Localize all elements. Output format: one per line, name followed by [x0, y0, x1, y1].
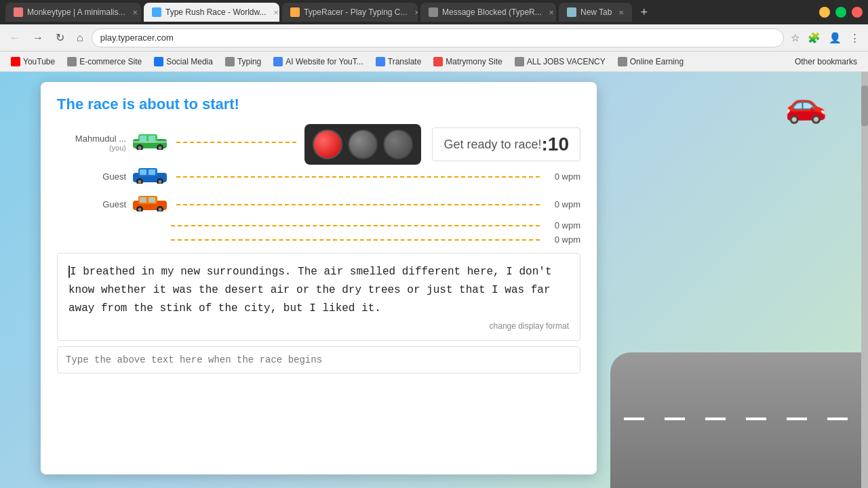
countdown-info: Get ready to race! :10 [432, 127, 580, 161]
typing-icon [225, 57, 235, 66]
svg-rect-8 [133, 141, 167, 143]
tab-typeracer[interactable]: Type Rush Race - Worldw... ✕ [144, 3, 279, 22]
extensions-button[interactable]: 🧩 [805, 29, 823, 47]
bookmark-star-button[interactable]: ☆ [788, 29, 802, 47]
player1-track [176, 142, 296, 143]
type-input[interactable] [57, 346, 580, 373]
bookmark-translate[interactable]: Translate [370, 56, 427, 68]
race-track-player5: 0 wpm [57, 235, 580, 245]
player3-car [132, 192, 168, 216]
player3-track [176, 204, 540, 205]
tab-label: New Tab [580, 7, 612, 17]
race-track-player1: Mahmudul ... (you) [57, 131, 296, 155]
player2-car [132, 165, 168, 188]
tab-close[interactable]: ✕ [414, 9, 418, 16]
maximize-button[interactable]: □ [835, 7, 846, 18]
tab-label: Monkeytype | A minimalis... [27, 7, 125, 17]
tab-close[interactable]: ✕ [549, 9, 554, 16]
player2-track [176, 176, 540, 178]
bookmark-earning[interactable]: Online Earning [612, 56, 689, 68]
bookmark-label: Social Media [166, 57, 213, 66]
bookmark-label: Typing [237, 57, 261, 66]
minimize-button[interactable]: − [819, 7, 830, 18]
youtube-icon [11, 57, 20, 66]
tab-message-blocked[interactable]: Message Blocked (TypeR... ✕ [420, 3, 556, 22]
bookmark-jobs[interactable]: ALL JOBS VACENCY [509, 56, 611, 68]
race-tracks: Mahmudul ... (you) [57, 124, 580, 245]
race-track-player4: 0 wpm [57, 220, 580, 230]
bookmark-matrymony[interactable]: Matrymony Site [428, 56, 507, 68]
earning-icon [618, 57, 627, 66]
svg-point-24 [159, 208, 162, 211]
tab-close[interactable]: ✕ [132, 9, 138, 16]
bookmark-label: ALL JOBS VACENCY [527, 57, 606, 66]
tab-favicon [567, 7, 576, 17]
race-track-player3: Guest 0 wpm [57, 192, 580, 216]
bookmark-typing[interactable]: Typing [220, 56, 267, 68]
title-bar: Monkeytype | A minimalis... ✕ Type Rush … [0, 0, 868, 24]
svg-point-7 [159, 146, 162, 149]
traffic-light [304, 124, 421, 165]
nav-bar: ← → ↻ ⌂ ☆ 🧩 👤 ⋮ [0, 24, 868, 52]
address-bar[interactable] [92, 28, 784, 47]
scrollbar-thumb[interactable] [861, 85, 868, 126]
home-button[interactable]: ⌂ [73, 29, 87, 47]
bg-car-decoration: 🚗 [785, 85, 827, 125]
bookmark-label: YouTube [23, 57, 55, 66]
browser-chrome: Monkeytype | A minimalis... ✕ Type Rush … [0, 0, 868, 72]
tab-new-tab[interactable]: New Tab ✕ [559, 3, 632, 22]
bookmark-social[interactable]: Social Media [149, 56, 218, 68]
tab-favicon [429, 7, 438, 17]
race-title: The race is about to start! [57, 96, 580, 113]
back-button[interactable]: ← [5, 29, 24, 47]
tab-monkeytype[interactable]: Monkeytype | A minimalis... ✕ [5, 3, 141, 22]
player5-track [171, 239, 540, 241]
profile-button[interactable]: 👤 [826, 29, 844, 47]
tab-close[interactable]: ✕ [618, 9, 624, 16]
bookmark-youtube[interactable]: YouTube [5, 56, 60, 68]
player2-wpm: 0 wpm [540, 171, 580, 182]
player4-track [171, 225, 540, 226]
social-icon [154, 57, 163, 66]
bookmarks-bar: YouTube E-commerce Site Social Media Typ… [0, 52, 868, 72]
bookmark-label: AI Website for YouT... [285, 57, 363, 66]
player5-wpm: 0 wpm [540, 235, 580, 245]
typing-text-box: I breathed in my new surroundings. The a… [57, 253, 580, 341]
bookmark-label: Online Earning [630, 57, 684, 66]
scrollbar[interactable] [861, 72, 868, 488]
menu-button[interactable]: ⋮ [847, 29, 863, 47]
bookmark-ecommerce[interactable]: E-commerce Site [62, 56, 147, 68]
bookmark-ai[interactable]: AI Website for YouT... [268, 56, 369, 68]
other-bookmarks[interactable]: Other bookmarks [789, 56, 863, 68]
matrymony-icon [433, 57, 443, 66]
ecommerce-icon [67, 57, 77, 66]
svg-point-5 [138, 146, 142, 149]
light-red [313, 129, 342, 159]
typing-text: I breathed in my new surroundings. The a… [68, 263, 569, 319]
jobs-icon [515, 57, 524, 66]
get-ready-text: Get ready to race! [443, 138, 541, 152]
svg-rect-2 [140, 136, 146, 141]
change-format-link[interactable]: change display format [68, 321, 569, 331]
nav-icons: ☆ 🧩 👤 ⋮ [788, 29, 863, 47]
tab-typing-contest[interactable]: TypeRacer - Play Typing C... ✕ [282, 3, 418, 22]
close-button[interactable]: ✕ [852, 7, 863, 18]
new-tab-button[interactable]: + [635, 5, 653, 20]
countdown-row: Get ready to race! :10 [304, 124, 580, 165]
svg-point-16 [159, 180, 162, 184]
player4-wpm: 0 wpm [540, 220, 580, 230]
countdown-number: :10 [542, 134, 569, 155]
player3-name: Guest [57, 199, 132, 209]
refresh-button[interactable]: ↻ [52, 28, 68, 47]
window-controls: − □ ✕ [819, 7, 863, 18]
bookmark-label: Matrymony Site [446, 57, 502, 66]
race-track-player2: Guest 0 wpm [57, 165, 580, 188]
svg-rect-12 [149, 169, 155, 175]
svg-point-14 [138, 180, 142, 184]
tab-label: Message Blocked (TypeR... [442, 7, 542, 17]
player2-name: Guest [57, 171, 132, 182]
forward-button[interactable]: → [28, 29, 47, 47]
typing-text-content: I breathed in my new surroundings. The a… [68, 266, 552, 314]
tab-close[interactable]: ✕ [273, 9, 279, 16]
other-bookmarks-label: Other bookmarks [795, 57, 857, 66]
